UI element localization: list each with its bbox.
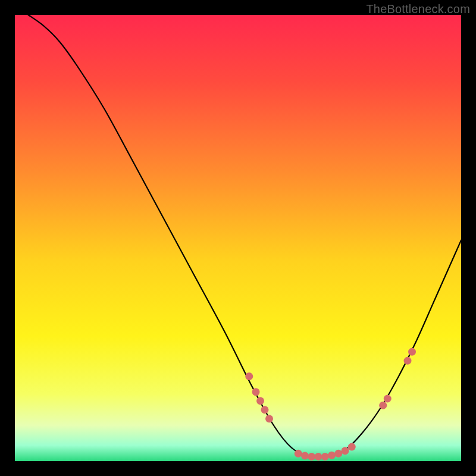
- attribution-text: TheBottleneck.com: [366, 2, 470, 16]
- svg-rect-0: [15, 15, 461, 461]
- chart-frame: [15, 15, 461, 461]
- chart-gradient-background: [15, 15, 461, 461]
